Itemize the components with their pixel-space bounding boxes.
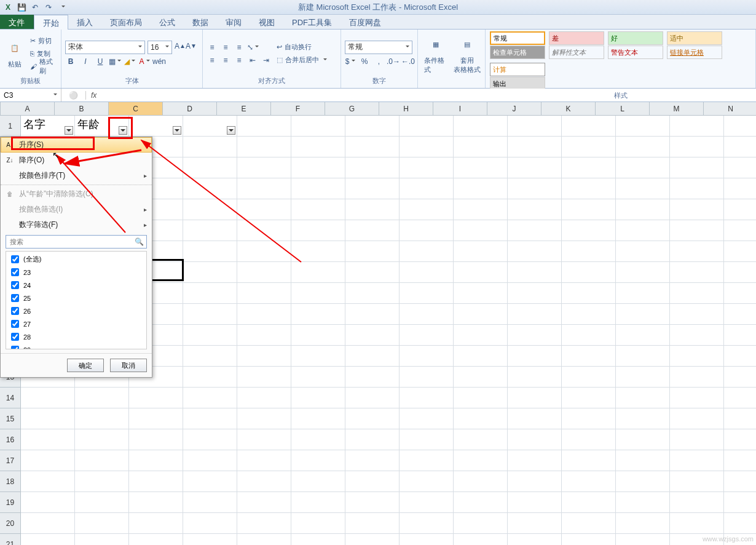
- conditional-formatting-button[interactable]: ▦条件格式: [422, 34, 451, 76]
- align-top-icon[interactable]: ≡: [207, 42, 218, 53]
- filter-dropdown-button[interactable]: [173, 126, 181, 135]
- col-header-C[interactable]: C: [109, 102, 163, 116]
- cell[interactable]: [237, 429, 291, 450]
- cell[interactable]: [345, 178, 400, 199]
- cell[interactable]: [724, 283, 756, 304]
- cell[interactable]: [291, 157, 345, 178]
- cell[interactable]: [454, 137, 508, 157]
- fill-color-button[interactable]: ◢: [124, 56, 135, 67]
- cell[interactable]: [237, 471, 291, 492]
- cell[interactable]: [400, 492, 454, 513]
- col-header-H[interactable]: H: [379, 102, 433, 116]
- cell[interactable]: [400, 199, 454, 220]
- cell[interactable]: [562, 450, 616, 471]
- cell[interactable]: [724, 492, 756, 513]
- font-size-select[interactable]: 16: [148, 41, 172, 54]
- cell[interactable]: [183, 116, 237, 137]
- cell[interactable]: [508, 325, 562, 346]
- col-header-M[interactable]: M: [650, 102, 704, 116]
- cell[interactable]: [562, 283, 616, 304]
- font-color-button[interactable]: A: [139, 56, 150, 67]
- filter-dropdown-button[interactable]: [119, 126, 127, 135]
- cell[interactable]: [183, 220, 237, 241]
- cell[interactable]: [454, 304, 508, 325]
- cell[interactable]: [454, 450, 508, 471]
- cell[interactable]: [562, 471, 616, 492]
- cell[interactable]: [454, 429, 508, 450]
- style-explanatory[interactable]: 解释性文本: [549, 46, 604, 59]
- cell[interactable]: [724, 220, 756, 241]
- cell[interactable]: [670, 116, 724, 137]
- cell[interactable]: [291, 220, 345, 241]
- borders-button[interactable]: ▦: [109, 56, 120, 67]
- tab-baidu-netdisk[interactable]: 百度网盘: [341, 15, 390, 29]
- cell[interactable]: [400, 513, 454, 534]
- cell[interactable]: [562, 388, 616, 408]
- cell[interactable]: [345, 471, 400, 492]
- row-header[interactable]: 18: [0, 471, 21, 492]
- cell[interactable]: [400, 367, 454, 388]
- cell[interactable]: [400, 262, 454, 283]
- filter-value-list[interactable]: (全选) 2324252627282930: [6, 251, 147, 349]
- cell[interactable]: [183, 492, 237, 513]
- cell[interactable]: [562, 367, 616, 388]
- cell[interactable]: [183, 157, 237, 178]
- phonetic-guide-icon[interactable]: wén: [154, 56, 165, 67]
- file-tab[interactable]: 文件: [0, 15, 34, 29]
- cell[interactable]: [508, 492, 562, 513]
- check-value[interactable]: 24: [7, 279, 145, 292]
- cell[interactable]: [508, 367, 562, 388]
- row-header[interactable]: 21: [0, 534, 21, 545]
- cell[interactable]: [345, 325, 400, 346]
- cell[interactable]: [724, 199, 756, 220]
- col-header-A[interactable]: A: [1, 102, 55, 116]
- style-good[interactable]: 好: [608, 31, 663, 45]
- cell[interactable]: [616, 283, 670, 304]
- cell[interactable]: [75, 450, 129, 471]
- cell[interactable]: [237, 116, 291, 137]
- cell[interactable]: [670, 492, 724, 513]
- cell[interactable]: [670, 471, 724, 492]
- cell[interactable]: [237, 241, 291, 262]
- italic-button[interactable]: I: [80, 56, 91, 67]
- cell[interactable]: [21, 534, 75, 545]
- cell[interactable]: [237, 137, 291, 157]
- cell[interactable]: [616, 220, 670, 241]
- shrink-font-icon[interactable]: A▼: [186, 41, 197, 52]
- cell[interactable]: [183, 304, 237, 325]
- cell[interactable]: [237, 450, 291, 471]
- cell[interactable]: [616, 325, 670, 346]
- cell[interactable]: [400, 408, 454, 429]
- cell[interactable]: [183, 471, 237, 492]
- cell[interactable]: [400, 304, 454, 325]
- cell[interactable]: [670, 304, 724, 325]
- cell[interactable]: [508, 220, 562, 241]
- cell[interactable]: [616, 471, 670, 492]
- cell[interactable]: [237, 367, 291, 388]
- redo-icon[interactable]: ↷: [43, 2, 54, 13]
- cell[interactable]: [616, 513, 670, 534]
- bold-button[interactable]: B: [65, 56, 76, 67]
- font-name-select[interactable]: 宋体: [65, 41, 145, 54]
- cell[interactable]: [237, 220, 291, 241]
- cell[interactable]: [508, 304, 562, 325]
- cell[interactable]: [562, 346, 616, 367]
- cell[interactable]: [616, 178, 670, 199]
- cell[interactable]: [237, 178, 291, 199]
- cell[interactable]: [345, 513, 400, 534]
- align-left-icon[interactable]: ≡: [207, 55, 218, 66]
- tab-insert[interactable]: 插入: [68, 15, 101, 29]
- cell[interactable]: [454, 388, 508, 408]
- cell[interactable]: [345, 388, 400, 408]
- cell[interactable]: [21, 513, 75, 534]
- cell[interactable]: [21, 388, 75, 408]
- cell[interactable]: [724, 325, 756, 346]
- cell[interactable]: [183, 450, 237, 471]
- cell[interactable]: [670, 367, 724, 388]
- align-center-icon[interactable]: ≡: [220, 55, 231, 66]
- cell[interactable]: [345, 429, 400, 450]
- cell[interactable]: [129, 534, 183, 545]
- cell[interactable]: 名字: [21, 116, 75, 137]
- fx-icon[interactable]: fx: [86, 91, 101, 100]
- cell[interactable]: [562, 241, 616, 262]
